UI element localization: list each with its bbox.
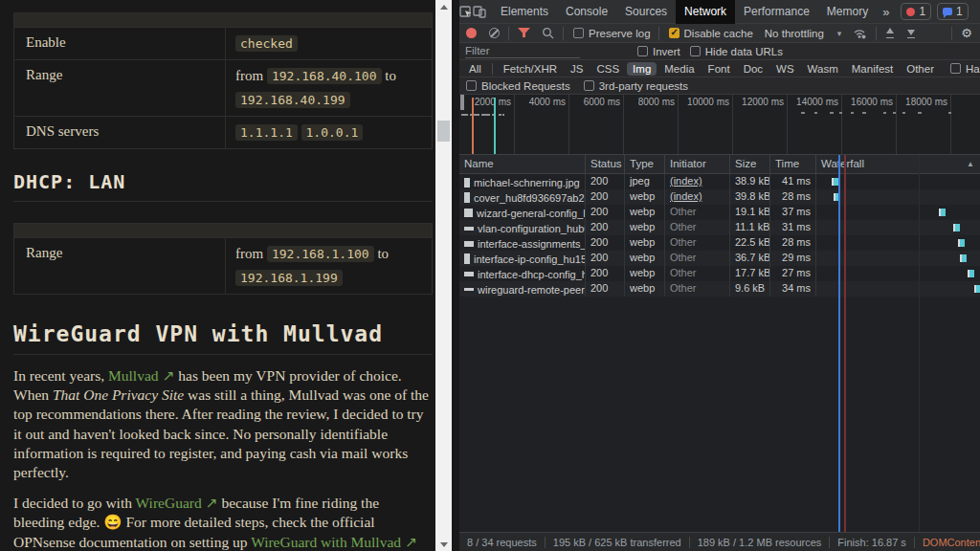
network-toolbar: Preserve log Disable cache No throttling… xyxy=(459,24,980,43)
invert-checkbox[interactable] xyxy=(637,46,648,56)
blocked-requests-checkbox[interactable] xyxy=(466,80,477,91)
tab-network[interactable]: Network xyxy=(676,0,735,24)
issues-badge[interactable]: 1 xyxy=(937,3,969,20)
request-name: michael-schnerring.jpg xyxy=(474,177,580,188)
request-initiator-cell[interactable]: (index) xyxy=(665,174,730,189)
waterfall-bar xyxy=(960,254,967,262)
column-header-initiator[interactable]: Initiator xyxy=(665,155,730,173)
file-thumbnail-icon xyxy=(464,178,470,187)
filter-chip-js[interactable]: JS xyxy=(565,62,589,76)
tab-console[interactable]: Console xyxy=(557,0,616,24)
column-header-size[interactable]: Size xyxy=(730,155,770,173)
scroll-down-button[interactable] xyxy=(435,538,452,551)
article-link[interactable]: WireGuard with Mullvad ↗ xyxy=(251,534,417,550)
record-button[interactable] xyxy=(466,28,477,38)
column-header-status[interactable]: Status xyxy=(586,155,625,173)
overview-request-bar xyxy=(851,112,854,114)
request-name: interface-ip-config_hu15… xyxy=(474,253,586,265)
column-header-name[interactable]: Name xyxy=(459,155,586,173)
column-header-waterfall[interactable]: Waterfall▲ xyxy=(816,155,980,173)
request-row[interactable]: michael-schnerring.jpg200jpeg(index)38.9… xyxy=(459,174,980,189)
waterfall-receiving-segment xyxy=(976,285,980,293)
filter-chip-img[interactable]: Img xyxy=(627,62,657,76)
search-icon[interactable] xyxy=(536,27,560,39)
scroll-up-button[interactable] xyxy=(435,0,452,13)
request-size-cell: 39.8 kB xyxy=(730,189,770,205)
filter-chip-manifest[interactable]: Manifest xyxy=(846,62,899,76)
request-waterfall-cell xyxy=(816,251,980,266)
filter-input[interactable] xyxy=(465,44,580,58)
console-errors-badge[interactable]: 1 xyxy=(901,3,931,20)
timeline-tick-label: 6000 ms xyxy=(570,97,620,107)
request-name-cell: michael-schnerring.jpg xyxy=(459,174,586,189)
preserve-log-checkbox[interactable] xyxy=(573,28,584,38)
filter-chip-other[interactable]: Other xyxy=(901,62,940,76)
request-initiator-cell[interactable]: (index) xyxy=(665,189,730,205)
filter-chip-font[interactable]: Font xyxy=(702,62,736,76)
request-name-cell: interface-dhcp-config_hu… xyxy=(459,266,586,281)
waterfall-gridline xyxy=(919,155,920,532)
request-status-cell: 200 xyxy=(586,235,625,251)
code-value: checked xyxy=(235,35,298,52)
scrollbar-thumb[interactable] xyxy=(437,121,450,142)
overview-brush-handle[interactable] xyxy=(460,95,464,110)
network-settings-gear-icon[interactable]: ⚙ xyxy=(955,26,980,40)
export-har-icon[interactable] xyxy=(901,28,922,38)
page-scrollbar[interactable] xyxy=(435,0,452,551)
request-row[interactable]: cover_hu8fd936697ab2ce…200webp(index)39.… xyxy=(459,189,980,205)
tab-sources[interactable]: Sources xyxy=(616,0,676,24)
scroll-up-icon xyxy=(440,5,448,10)
spec-table-row: Rangefrom 192.168.1.100 to 192.168.1.199 xyxy=(14,238,432,294)
tab-memory[interactable]: Memory xyxy=(818,0,877,24)
request-initiator-cell: Other xyxy=(665,205,730,220)
more-tabs-icon[interactable]: » xyxy=(877,5,895,19)
filter-chip-wasm[interactable]: Wasm xyxy=(802,62,844,76)
request-waterfall-cell xyxy=(816,281,980,297)
has-blocked-cookies-label: Has blocked cookies xyxy=(966,63,980,75)
overview-dcl-line xyxy=(472,98,474,154)
column-header-type[interactable]: Type xyxy=(625,155,665,173)
timeline-tick-label: 16000 ms xyxy=(843,97,893,107)
issues-bubble-icon xyxy=(943,8,952,15)
request-row[interactable]: wizard-general-config_hu…200webpOther19.… xyxy=(459,205,980,220)
disable-cache-checkbox[interactable] xyxy=(669,28,679,38)
request-row[interactable]: interface-assignments_hu…200webpOther22.… xyxy=(459,235,980,251)
overview-request-bar xyxy=(814,112,817,114)
request-row[interactable]: vlan-configuration_hub6c…200webpOther11.… xyxy=(459,220,980,235)
has-blocked-cookies-checkbox[interactable] xyxy=(950,63,961,74)
divider xyxy=(508,27,509,40)
filter-chip-fetchxhr[interactable]: Fetch/XHR xyxy=(498,62,563,76)
request-row[interactable]: interface-dhcp-config_hu…200webpOther17.… xyxy=(459,266,980,281)
hide-data-urls-checkbox[interactable] xyxy=(690,46,701,56)
settings-gear-icon[interactable]: ⚙ xyxy=(976,5,980,19)
inspect-element-icon[interactable] xyxy=(459,0,473,23)
device-toolbar-icon[interactable] xyxy=(473,0,486,23)
article-link[interactable]: Mullvad ↗ xyxy=(108,367,174,384)
filter-chip-media[interactable]: Media xyxy=(658,62,700,76)
timeline-overview[interactable]: 2000 ms4000 ms6000 ms8000 ms10000 ms1200… xyxy=(459,95,980,155)
third-party-label: 3rd-party requests xyxy=(599,80,688,92)
filter-chip-doc[interactable]: Doc xyxy=(738,62,768,76)
status-bar-item: DOMContentLoaded: 378 ms xyxy=(914,537,980,548)
waterfall-receiving-segment xyxy=(962,254,967,262)
tab-elements[interactable]: Elements xyxy=(492,0,557,24)
divider xyxy=(563,27,564,40)
network-conditions-icon[interactable] xyxy=(847,28,873,39)
filter-chip-all[interactable]: All xyxy=(463,62,487,76)
throttling-select[interactable]: No throttling ▾ xyxy=(765,28,842,39)
dhcp-lan-table: Rangefrom 192.168.1.100 to 192.168.1.199 xyxy=(13,223,433,295)
article-link[interactable]: WireGuard ↗ xyxy=(136,495,218,511)
request-row[interactable]: interface-ip-config_hu15…200webpOther36.… xyxy=(459,251,980,266)
import-har-icon[interactable] xyxy=(880,28,901,38)
request-row[interactable]: wireguard-remote-peers_…200webpOther9.6 … xyxy=(459,281,980,297)
clear-button[interactable] xyxy=(489,28,500,38)
tab-performance[interactable]: Performance xyxy=(735,0,818,24)
third-party-checkbox[interactable] xyxy=(584,80,594,91)
request-size-cell: 17.7 kB xyxy=(730,266,770,281)
filter-funnel-icon[interactable] xyxy=(512,28,536,38)
waterfall-receiving-segment xyxy=(955,224,960,231)
filter-chip-ws[interactable]: WS xyxy=(770,62,800,76)
column-header-time[interactable]: Time xyxy=(770,155,816,173)
filter-chip-css[interactable]: CSS xyxy=(590,62,625,76)
request-status-cell: 200 xyxy=(586,251,625,266)
